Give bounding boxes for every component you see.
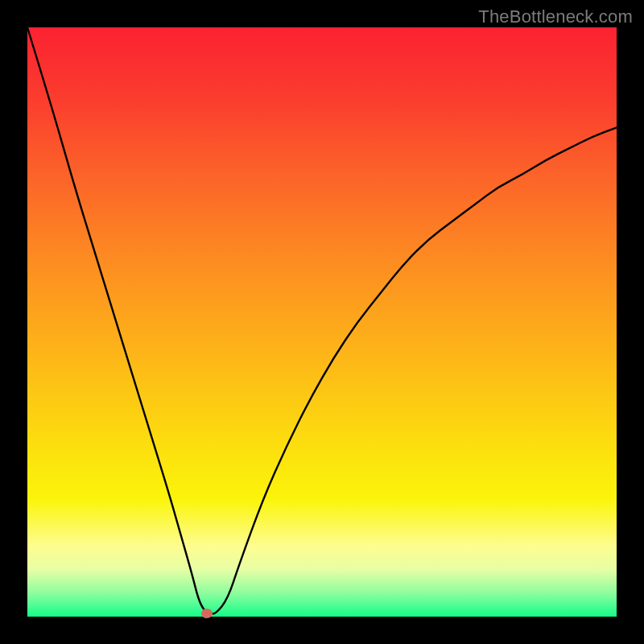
chart-frame: TheBottleneck.com [0, 0, 644, 644]
watermark-text: TheBottleneck.com [478, 6, 633, 27]
plot-area [27, 27, 617, 617]
minimum-marker [201, 609, 213, 618]
bottleneck-curve [27, 27, 617, 617]
